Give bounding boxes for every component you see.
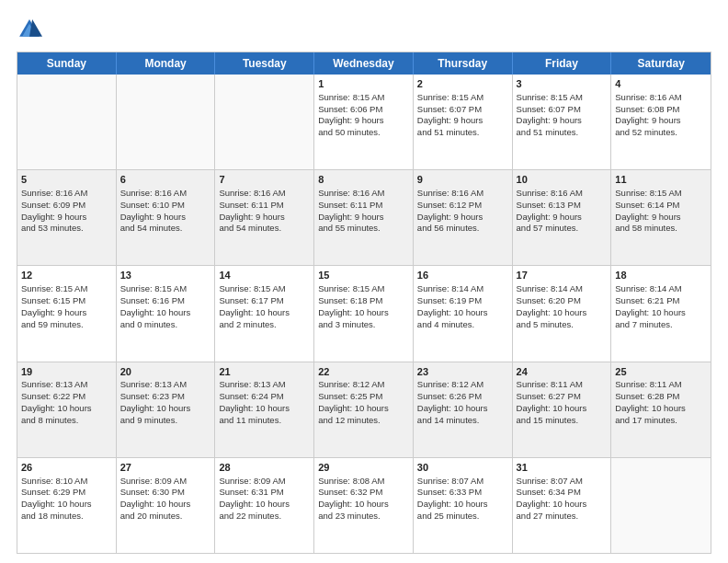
- calendar-cell: 23Sunrise: 8:12 AM Sunset: 6:26 PM Dayli…: [414, 362, 513, 457]
- calendar-cell: [17, 75, 117, 169]
- calendar-cell: 1Sunrise: 8:15 AM Sunset: 6:06 PM Daylig…: [314, 75, 414, 169]
- day-info: Sunrise: 8:14 AM Sunset: 6:19 PM Dayligh…: [417, 283, 508, 330]
- day-number: 4: [615, 77, 707, 91]
- day-info: Sunrise: 8:07 AM Sunset: 6:33 PM Dayligh…: [417, 476, 508, 523]
- calendar-cell: 5Sunrise: 8:16 AM Sunset: 6:09 PM Daylig…: [17, 170, 117, 265]
- day-number: 19: [21, 365, 112, 379]
- calendar-row: 5Sunrise: 8:16 AM Sunset: 6:09 PM Daylig…: [17, 169, 711, 265]
- day-info: Sunrise: 8:15 AM Sunset: 6:18 PM Dayligh…: [318, 283, 409, 330]
- calendar-header-row: SundayMondayTuesdayWednesdayThursdayFrid…: [17, 52, 711, 75]
- calendar-cell: 7Sunrise: 8:16 AM Sunset: 6:11 PM Daylig…: [215, 170, 314, 265]
- calendar-header-cell: Wednesday: [314, 52, 414, 75]
- day-info: Sunrise: 8:12 AM Sunset: 6:26 PM Dayligh…: [417, 379, 508, 426]
- day-number: 30: [417, 461, 508, 475]
- day-info: Sunrise: 8:13 AM Sunset: 6:24 PM Dayligh…: [219, 379, 310, 426]
- calendar-header-cell: Thursday: [414, 52, 513, 75]
- calendar-cell: 16Sunrise: 8:14 AM Sunset: 6:19 PM Dayli…: [414, 266, 513, 361]
- calendar-cell: 18Sunrise: 8:14 AM Sunset: 6:21 PM Dayli…: [611, 266, 711, 361]
- calendar-cell: 24Sunrise: 8:11 AM Sunset: 6:27 PM Dayli…: [513, 362, 612, 457]
- calendar-cell: 20Sunrise: 8:13 AM Sunset: 6:23 PM Dayli…: [117, 362, 216, 457]
- day-info: Sunrise: 8:16 AM Sunset: 6:09 PM Dayligh…: [21, 188, 112, 235]
- calendar-cell: [117, 75, 216, 169]
- day-number: 26: [21, 461, 112, 475]
- day-info: Sunrise: 8:16 AM Sunset: 6:13 PM Dayligh…: [517, 188, 608, 235]
- calendar-row: 26Sunrise: 8:10 AM Sunset: 6:29 PM Dayli…: [17, 457, 711, 553]
- calendar-cell: [215, 75, 314, 169]
- day-number: 2: [417, 77, 508, 91]
- calendar-row: 19Sunrise: 8:13 AM Sunset: 6:22 PM Dayli…: [17, 362, 711, 457]
- day-number: 1: [318, 77, 409, 91]
- calendar-cell: 28Sunrise: 8:09 AM Sunset: 6:31 PM Dayli…: [215, 458, 314, 553]
- calendar-cell: 3Sunrise: 8:15 AM Sunset: 6:07 PM Daylig…: [513, 75, 612, 169]
- calendar-header-cell: Tuesday: [215, 52, 314, 75]
- page: SundayMondayTuesdayWednesdayThursdayFrid…: [0, 0, 728, 563]
- day-number: 31: [517, 461, 608, 475]
- logo: [17, 17, 46, 42]
- day-number: 6: [120, 173, 211, 187]
- day-info: Sunrise: 8:15 AM Sunset: 6:14 PM Dayligh…: [615, 188, 707, 235]
- day-number: 7: [219, 173, 310, 187]
- calendar-cell: 8Sunrise: 8:16 AM Sunset: 6:11 PM Daylig…: [314, 170, 414, 265]
- calendar-cell: 9Sunrise: 8:16 AM Sunset: 6:12 PM Daylig…: [414, 170, 513, 265]
- day-info: Sunrise: 8:15 AM Sunset: 6:16 PM Dayligh…: [120, 283, 211, 330]
- day-info: Sunrise: 8:13 AM Sunset: 6:22 PM Dayligh…: [21, 379, 112, 426]
- calendar-cell: 22Sunrise: 8:12 AM Sunset: 6:25 PM Dayli…: [314, 362, 414, 457]
- day-info: Sunrise: 8:15 AM Sunset: 6:07 PM Dayligh…: [417, 92, 508, 139]
- day-info: Sunrise: 8:15 AM Sunset: 6:07 PM Dayligh…: [517, 92, 608, 139]
- day-info: Sunrise: 8:12 AM Sunset: 6:25 PM Dayligh…: [318, 379, 409, 426]
- day-number: 8: [318, 173, 409, 187]
- day-info: Sunrise: 8:16 AM Sunset: 6:11 PM Dayligh…: [219, 188, 310, 235]
- calendar-row: 12Sunrise: 8:15 AM Sunset: 6:15 PM Dayli…: [17, 265, 711, 361]
- day-info: Sunrise: 8:15 AM Sunset: 6:17 PM Dayligh…: [219, 283, 310, 330]
- day-number: 11: [615, 173, 707, 187]
- day-number: 16: [417, 269, 508, 282]
- day-number: 25: [615, 365, 707, 379]
- day-info: Sunrise: 8:09 AM Sunset: 6:31 PM Dayligh…: [219, 476, 310, 523]
- calendar-cell: 6Sunrise: 8:16 AM Sunset: 6:10 PM Daylig…: [117, 170, 216, 265]
- day-number: 18: [615, 269, 707, 282]
- calendar-cell: 26Sunrise: 8:10 AM Sunset: 6:29 PM Dayli…: [17, 458, 117, 553]
- day-number: 15: [318, 269, 409, 282]
- day-number: 27: [120, 461, 211, 475]
- day-number: 13: [120, 269, 211, 282]
- calendar-header-cell: Saturday: [611, 52, 711, 75]
- calendar-cell: 14Sunrise: 8:15 AM Sunset: 6:17 PM Dayli…: [215, 266, 314, 361]
- day-number: 3: [517, 77, 608, 91]
- day-info: Sunrise: 8:11 AM Sunset: 6:28 PM Dayligh…: [615, 379, 707, 426]
- calendar-cell: 11Sunrise: 8:15 AM Sunset: 6:14 PM Dayli…: [611, 170, 711, 265]
- calendar-cell: 21Sunrise: 8:13 AM Sunset: 6:24 PM Dayli…: [215, 362, 314, 457]
- day-number: 24: [517, 365, 608, 379]
- day-number: 14: [219, 269, 310, 282]
- header: [17, 17, 711, 42]
- day-info: Sunrise: 8:10 AM Sunset: 6:29 PM Dayligh…: [21, 476, 112, 523]
- calendar-row: 1Sunrise: 8:15 AM Sunset: 6:06 PM Daylig…: [17, 75, 711, 169]
- day-number: 29: [318, 461, 409, 475]
- day-number: 22: [318, 365, 409, 379]
- day-number: 12: [21, 269, 112, 282]
- calendar-cell: 25Sunrise: 8:11 AM Sunset: 6:28 PM Dayli…: [611, 362, 711, 457]
- day-info: Sunrise: 8:14 AM Sunset: 6:20 PM Dayligh…: [517, 283, 608, 330]
- calendar-cell: 2Sunrise: 8:15 AM Sunset: 6:07 PM Daylig…: [414, 75, 513, 169]
- calendar-cell: 30Sunrise: 8:07 AM Sunset: 6:33 PM Dayli…: [414, 458, 513, 553]
- calendar-cell: [611, 458, 711, 553]
- calendar-cell: 10Sunrise: 8:16 AM Sunset: 6:13 PM Dayli…: [513, 170, 612, 265]
- calendar-cell: 29Sunrise: 8:08 AM Sunset: 6:32 PM Dayli…: [314, 458, 414, 553]
- calendar-cell: 27Sunrise: 8:09 AM Sunset: 6:30 PM Dayli…: [117, 458, 216, 553]
- calendar-cell: 31Sunrise: 8:07 AM Sunset: 6:34 PM Dayli…: [513, 458, 612, 553]
- day-info: Sunrise: 8:16 AM Sunset: 6:11 PM Dayligh…: [318, 188, 409, 235]
- logo-icon: [17, 17, 42, 42]
- day-info: Sunrise: 8:16 AM Sunset: 6:10 PM Dayligh…: [120, 188, 211, 235]
- day-info: Sunrise: 8:11 AM Sunset: 6:27 PM Dayligh…: [517, 379, 608, 426]
- calendar-header-cell: Friday: [513, 52, 612, 75]
- svg-marker-2: [29, 19, 42, 37]
- calendar: SundayMondayTuesdayWednesdayThursdayFrid…: [17, 52, 711, 554]
- calendar-cell: 19Sunrise: 8:13 AM Sunset: 6:22 PM Dayli…: [17, 362, 117, 457]
- day-info: Sunrise: 8:07 AM Sunset: 6:34 PM Dayligh…: [517, 476, 608, 523]
- calendar-cell: 12Sunrise: 8:15 AM Sunset: 6:15 PM Dayli…: [17, 266, 117, 361]
- day-info: Sunrise: 8:08 AM Sunset: 6:32 PM Dayligh…: [318, 476, 409, 523]
- calendar-cell: 13Sunrise: 8:15 AM Sunset: 6:16 PM Dayli…: [117, 266, 216, 361]
- day-number: 10: [517, 173, 608, 187]
- day-info: Sunrise: 8:16 AM Sunset: 6:08 PM Dayligh…: [615, 92, 707, 139]
- day-info: Sunrise: 8:14 AM Sunset: 6:21 PM Dayligh…: [615, 283, 707, 330]
- day-info: Sunrise: 8:09 AM Sunset: 6:30 PM Dayligh…: [120, 476, 211, 523]
